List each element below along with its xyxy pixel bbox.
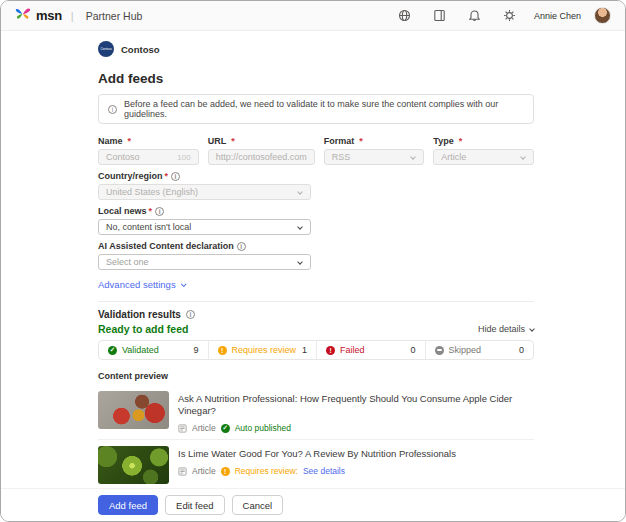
stat-count: 0 [519, 345, 524, 355]
ai-declaration-label: AI Assisted Content declaration [98, 241, 234, 251]
article-thumbnail [98, 446, 169, 484]
type-label: Type [433, 136, 534, 146]
ai-declaration-select[interactable]: Select one [98, 254, 311, 270]
url-label: URL [208, 136, 315, 146]
chevron-down-icon [520, 154, 526, 160]
account-avatar: Contoso [98, 41, 114, 57]
article-status: Auto published [235, 423, 291, 433]
preview-item-body: Ask A Nutrition Professional: How Freque… [178, 391, 534, 433]
article-status: Requires review: [235, 466, 298, 476]
account-selector[interactable]: Contoso Contoso [98, 41, 534, 57]
chevron-down-icon [297, 189, 303, 195]
stat-failed: Failed 0 [316, 341, 425, 359]
stat-label: Validated [122, 345, 159, 355]
cancel-button[interactable]: Cancel [232, 495, 284, 515]
format-field-group: Format RSS [324, 136, 425, 165]
top-bar-actions: Annie Chen [394, 7, 611, 25]
check-circle-icon [221, 424, 230, 433]
chevron-down-icon [297, 224, 303, 230]
validation-stats-bar: Validated 9 Requires review 1 Failed 0 S… [98, 340, 534, 360]
local-news-label-row: Local news [98, 206, 311, 216]
ai-declaration-label-row: AI Assisted Content declaration [98, 241, 311, 251]
format-label: Format [324, 136, 425, 146]
name-char-counter: 100 [177, 153, 190, 162]
user-avatar[interactable] [594, 7, 611, 24]
country-field-group: Country/region United States (English) [98, 171, 311, 200]
info-banner-text: Before a feed can be added, we need to v… [124, 99, 524, 119]
country-select: United States (English) [98, 184, 311, 200]
see-details-link[interactable]: See details [303, 466, 345, 476]
notifications-bell-icon[interactable] [464, 7, 486, 25]
validation-status: Ready to add feed [98, 323, 188, 335]
local-news-select[interactable]: No, content isn't local [98, 219, 311, 235]
action-footer: Add feed Edit feed Cancel [1, 488, 625, 521]
hide-details-toggle[interactable]: Hide details [478, 324, 534, 334]
stat-skipped: Skipped 0 [425, 341, 534, 359]
ai-declaration-field-group: AI Assisted Content declaration Select o… [98, 241, 311, 270]
info-icon [155, 207, 164, 216]
stat-validated: Validated 9 [99, 341, 208, 359]
stat-count: 1 [302, 345, 307, 355]
article-icon [178, 424, 187, 433]
country-label: Country/region [98, 171, 168, 181]
stat-count: 9 [193, 345, 198, 355]
article-type: Article [192, 423, 216, 433]
main-content: Contoso Contoso Add feeds Before a feed … [98, 41, 534, 522]
article-title: Ask A Nutrition Professional: How Freque… [178, 393, 534, 417]
article-title: Is Lime Water Good For You? A Review By … [178, 448, 456, 460]
stat-label: Skipped [449, 345, 482, 355]
chevron-down-icon [297, 259, 303, 265]
article-type: Article [192, 466, 216, 476]
msn-butterfly-icon [15, 7, 31, 25]
local-news-label: Local news [98, 206, 152, 216]
url-placeholder: http://contosofeed.com [216, 152, 307, 162]
article-meta: Article Auto published [178, 423, 534, 433]
validation-results-title: Validation results [98, 309, 181, 320]
url-input: http://contosofeed.com [208, 149, 315, 165]
validation-results-header: Validation results [98, 309, 534, 320]
article-thumbnail [98, 391, 169, 429]
type-field-group: Type Article [433, 136, 534, 165]
brand-separator: | [71, 10, 74, 22]
guide-book-icon[interactable] [429, 7, 451, 25]
local-news-field-group: Local news No, content isn't local [98, 206, 311, 235]
format-value: RSS [332, 152, 351, 162]
local-news-value: No, content isn't local [106, 222, 191, 232]
chevron-down-icon [181, 281, 187, 287]
ai-declaration-placeholder: Select one [106, 257, 149, 267]
section-divider [98, 301, 534, 302]
stat-count: 0 [410, 345, 415, 355]
language-icon[interactable] [394, 7, 416, 25]
validation-status-row: Ready to add feed Hide details [98, 323, 534, 335]
advanced-settings-label: Advanced settings [98, 279, 176, 290]
preview-item-body: Is Lime Water Good For You? A Review By … [178, 446, 456, 484]
advanced-settings-toggle[interactable]: Advanced settings [98, 279, 185, 290]
top-bar: msn | Partner Hub [1, 1, 625, 31]
info-icon [171, 172, 180, 181]
account-name: Contoso [121, 44, 160, 55]
url-field-group: URL http://contosofeed.com [208, 136, 315, 165]
country-label-row: Country/region [98, 171, 311, 181]
preview-item: Ask A Nutrition Professional: How Freque… [98, 385, 534, 439]
type-value: Article [441, 152, 466, 162]
warning-circle-icon [218, 346, 227, 355]
stat-label: Failed [340, 345, 365, 355]
name-label: Name [98, 136, 199, 146]
article-meta: Article Requires review: See details [178, 466, 456, 476]
user-name[interactable]: Annie Chen [534, 11, 581, 21]
name-value: Contoso [106, 152, 140, 162]
edit-feed-button[interactable]: Edit feed [165, 495, 225, 515]
skipped-circle-icon [435, 346, 444, 355]
name-field-group: Name Contoso 100 [98, 136, 199, 165]
msn-logo[interactable]: msn | Partner Hub [15, 7, 142, 25]
info-icon [108, 105, 117, 114]
settings-gear-icon[interactable] [499, 7, 521, 25]
stat-requires-review: Requires review 1 [208, 341, 317, 359]
add-feed-button[interactable]: Add feed [98, 495, 158, 515]
info-banner: Before a feed can be added, we need to v… [98, 94, 534, 124]
page-title: Add feeds [98, 71, 534, 86]
preview-item: Is Lime Water Good For You? A Review By … [98, 439, 534, 490]
hide-details-label: Hide details [478, 324, 525, 334]
chevron-down-icon [411, 154, 417, 160]
info-icon [237, 242, 246, 251]
